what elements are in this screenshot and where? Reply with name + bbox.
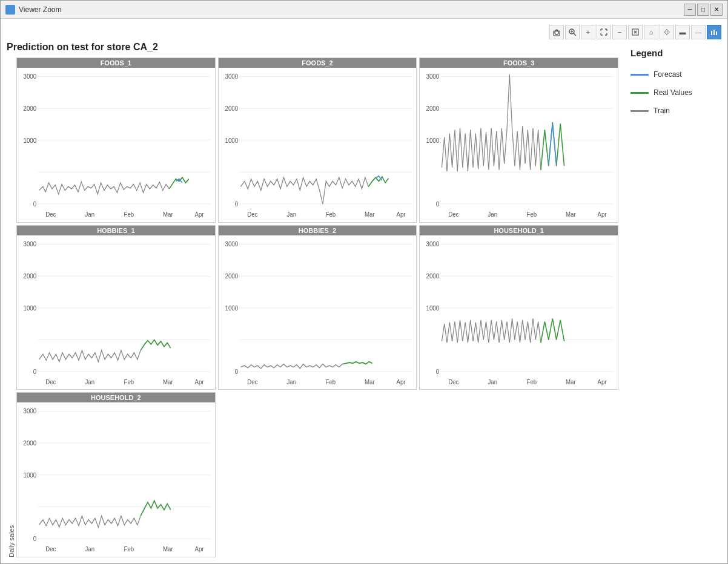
svg-text:2000: 2000 xyxy=(426,104,440,112)
svg-text:Mar: Mar xyxy=(163,211,173,218)
svg-text:Jan: Jan xyxy=(85,211,95,218)
train-line xyxy=(630,110,649,112)
svg-text:1000: 1000 xyxy=(24,136,37,144)
chart-household1-title: HOUSEHOLD_1 xyxy=(420,226,618,235)
svg-text:0: 0 xyxy=(33,367,37,375)
svg-text:3000: 3000 xyxy=(426,240,440,248)
svg-text:3000: 3000 xyxy=(24,73,37,80)
forecast-label: Forecast xyxy=(654,70,682,79)
chart-foods2-body: 3000 2000 1000 0 xyxy=(219,68,417,222)
close-button[interactable]: ✕ xyxy=(710,4,723,16)
svg-text:3000: 3000 xyxy=(24,407,37,415)
svg-text:Dec: Dec xyxy=(247,378,257,385)
line1-button[interactable]: ▬ xyxy=(675,25,690,39)
svg-text:Apr: Apr xyxy=(598,211,607,218)
svg-text:0: 0 xyxy=(33,200,37,208)
svg-text:2000: 2000 xyxy=(426,272,440,280)
chart-hobbies1-title: HOBBIES_1 xyxy=(17,226,215,235)
svg-text:Dec: Dec xyxy=(448,211,458,218)
svg-line-3 xyxy=(574,33,576,36)
svg-text:Jan: Jan xyxy=(286,211,296,218)
zoom-button[interactable] xyxy=(565,25,580,39)
svg-text:Apr: Apr xyxy=(194,545,204,553)
window-title: Viewer Zoom xyxy=(19,5,684,14)
window-icon xyxy=(5,5,15,15)
main-area: Prediction on test for store CA_2 Daily … xyxy=(7,42,721,557)
empty-cell-1 xyxy=(218,392,417,557)
svg-text:2000: 2000 xyxy=(24,272,37,280)
legend-panel: Legend Forecast Real Values Train xyxy=(624,42,721,557)
svg-text:Jan: Jan xyxy=(85,378,95,385)
legend-item-train: Train xyxy=(630,107,715,115)
camera-button[interactable] xyxy=(549,25,564,39)
svg-text:2000: 2000 xyxy=(24,104,37,112)
svg-text:Dec: Dec xyxy=(448,378,458,385)
chart-foods3-body: 3000 2000 1000 0 xyxy=(420,68,618,222)
svg-text:2000: 2000 xyxy=(225,104,238,112)
svg-text:Mar: Mar xyxy=(365,211,375,218)
maximize-button[interactable]: □ xyxy=(697,4,709,16)
legend-item-forecast: Forecast xyxy=(630,70,715,79)
svg-text:2000: 2000 xyxy=(225,272,238,280)
line2-button[interactable]: — xyxy=(691,25,706,39)
svg-text:0: 0 xyxy=(436,367,440,375)
legend-item-real-values: Real Values xyxy=(630,88,715,97)
page-title: Prediction on test for store CA_2 xyxy=(7,42,618,53)
svg-text:2000: 2000 xyxy=(24,439,37,447)
svg-text:Mar: Mar xyxy=(163,378,173,385)
train-label: Train xyxy=(654,107,670,115)
chart-foods2: FOODS_2 3000 2000 1 xyxy=(218,57,417,223)
svg-text:Dec: Dec xyxy=(247,211,257,218)
title-bar: Viewer Zoom ─ □ ✕ xyxy=(1,1,727,19)
minimize-button[interactable]: ─ xyxy=(684,4,696,16)
svg-text:1000: 1000 xyxy=(426,136,440,144)
svg-text:0: 0 xyxy=(234,200,238,208)
svg-text:Apr: Apr xyxy=(396,378,406,385)
svg-text:Mar: Mar xyxy=(365,378,375,385)
chart-household1-body: 3000 2000 1000 0 Dec Jan xyxy=(420,235,618,390)
svg-text:1000: 1000 xyxy=(24,304,37,312)
bar-chart-button[interactable] xyxy=(707,25,721,39)
svg-text:3000: 3000 xyxy=(225,73,238,80)
svg-text:3000: 3000 xyxy=(426,73,440,80)
plus-button[interactable]: + xyxy=(581,25,595,39)
chart-foods3: FOODS_3 3000 2000 1 xyxy=(419,57,618,223)
real-values-label: Real Values xyxy=(654,88,692,97)
chart-foods1: FOODS_1 3000 xyxy=(16,57,216,223)
svg-text:Feb: Feb xyxy=(325,378,336,385)
chart-hobbies1-body: 3000 2000 1000 0 Dec Jan xyxy=(17,235,215,390)
svg-point-0 xyxy=(555,31,558,34)
svg-text:Feb: Feb xyxy=(527,211,537,218)
window-controls: ─ □ ✕ xyxy=(684,4,723,16)
expand-button[interactable] xyxy=(597,25,611,39)
svg-text:Apr: Apr xyxy=(598,378,607,385)
svg-text:Feb: Feb xyxy=(527,378,537,385)
svg-text:Mar: Mar xyxy=(566,378,576,385)
toolbar: + − ⌂ ▬ — xyxy=(7,25,721,39)
svg-text:Jan: Jan xyxy=(286,378,296,385)
forecast-line xyxy=(630,74,649,76)
svg-rect-7 xyxy=(711,31,712,35)
home-button[interactable]: ⌂ xyxy=(644,25,658,39)
svg-text:Dec: Dec xyxy=(45,211,56,218)
chart-foods2-title: FOODS_2 xyxy=(219,58,417,68)
chart-foods1-title: FOODS_1 xyxy=(17,58,215,68)
svg-text:Apr: Apr xyxy=(396,211,406,218)
svg-text:1000: 1000 xyxy=(24,471,37,479)
minus-button[interactable]: − xyxy=(612,25,627,39)
svg-text:Jan: Jan xyxy=(85,545,95,553)
chart-hobbies2: HOBBIES_2 3000 2000 xyxy=(218,225,417,390)
svg-text:3000: 3000 xyxy=(24,240,37,248)
svg-rect-9 xyxy=(716,31,717,35)
empty-cell-2 xyxy=(419,392,618,557)
chart-hobbies2-body: 3000 2000 1000 0 Dec Jan xyxy=(219,235,417,390)
svg-text:Jan: Jan xyxy=(488,378,498,385)
svg-text:Dec: Dec xyxy=(45,378,56,385)
svg-rect-8 xyxy=(713,30,715,35)
y-axis-label: Daily sales xyxy=(7,57,16,557)
svg-text:Apr: Apr xyxy=(194,211,204,218)
charts-area: Prediction on test for store CA_2 Daily … xyxy=(7,42,618,557)
svg-text:1000: 1000 xyxy=(225,304,238,312)
pan-button[interactable] xyxy=(660,25,674,39)
fit-button[interactable] xyxy=(628,25,643,39)
